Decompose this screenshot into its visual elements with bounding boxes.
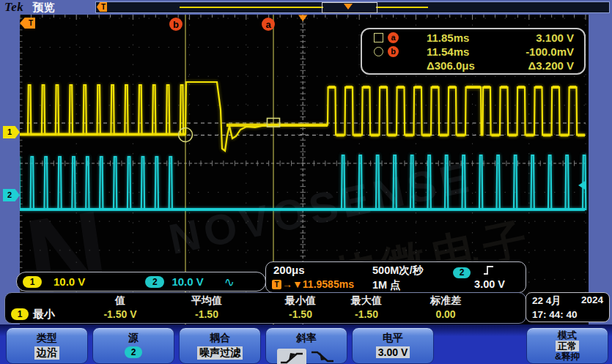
header: Tek 预览 bbox=[4, 0, 54, 15]
menu-button-slope[interactable]: 斜率 bbox=[265, 327, 347, 364]
svg-text:a: a bbox=[265, 19, 271, 30]
meas-name: 最小 bbox=[33, 308, 55, 322]
mode-value: 正常 bbox=[556, 341, 579, 352]
cursor-b-volt: -100.0mV bbox=[513, 45, 584, 58]
cursor-a-volt: 3.100 V bbox=[513, 31, 584, 44]
ch1-badge: 1 bbox=[23, 276, 42, 288]
record-waveform-line bbox=[376, 7, 428, 8]
cursor-b-label[interactable]: b bbox=[169, 18, 183, 31]
trigger-position-icon bbox=[298, 15, 308, 22]
trigger-level-readout: 3.00 V bbox=[442, 278, 505, 290]
source-value-badge: 2 bbox=[125, 346, 142, 358]
sample-rate: 500M次/秒 bbox=[372, 264, 423, 278]
cursor-readout-box: a 11.85ms 3.100 V b 11.54ms -100.0mV Δ30… bbox=[361, 28, 586, 75]
ch1-trace bbox=[20, 82, 585, 151]
timebase-readout-box: 200μs T →▼ 11.9585ms 500M次/秒 1M 点 2 3.00… bbox=[265, 261, 526, 293]
menu-button-type[interactable]: 类型 边沿 bbox=[6, 327, 88, 364]
cursor-b-row: b 11.54ms -100.0mV bbox=[362, 45, 584, 59]
meas-ch-badge: 1 bbox=[11, 308, 29, 320]
trigger-menu-bar: 类型 边沿 源 2 耦合 噪声过滤 斜率 电平 3.00 V bbox=[0, 324, 612, 364]
datetime-box: 22 4月 2024 17: 44: 40 bbox=[526, 292, 610, 322]
svg-text:b: b bbox=[173, 19, 179, 30]
record-length: 1M 点 bbox=[372, 278, 401, 292]
year: 2024 bbox=[581, 294, 603, 308]
coupling-value: 噪声过滤 bbox=[197, 346, 243, 360]
level-value: 3.00 V bbox=[376, 346, 410, 358]
delta-volt: Δ3.200 V bbox=[513, 59, 584, 72]
trigger-source: 2 bbox=[453, 265, 471, 278]
type-value: 边沿 bbox=[34, 346, 59, 360]
trigger-position-readout: T →▼ 11.9585ms bbox=[272, 278, 354, 290]
ch1-position-marker[interactable]: 1 bbox=[3, 126, 20, 138]
date: 22 4月 bbox=[532, 294, 561, 308]
cursor-a-time: 11.85ms bbox=[427, 31, 513, 44]
cursor-a-badge: a bbox=[388, 32, 399, 43]
ch2-coupling-icon: ∿ bbox=[224, 275, 235, 289]
cursor-delta-row: Δ306.0μs Δ3.200 V bbox=[362, 59, 584, 73]
cursor-a-row: a 11.85ms 3.100 V bbox=[362, 31, 584, 45]
trigger-t-icon: T bbox=[272, 280, 281, 289]
ch1-scale: 10.0 V bbox=[54, 275, 85, 288]
rising-slope-icon bbox=[277, 349, 306, 364]
timebase-scale: 200μs bbox=[273, 264, 305, 276]
time: 17: 44: 40 bbox=[532, 309, 603, 320]
ch2-badge: 2 bbox=[145, 276, 164, 288]
falling-slope-icon bbox=[309, 347, 336, 364]
menu-button-level[interactable]: 电平 3.00 V bbox=[352, 327, 434, 364]
menu-button-coupling[interactable]: 耦合 噪声过滤 bbox=[179, 327, 261, 364]
trigger-slope-icon bbox=[483, 264, 495, 278]
circle-marker-icon bbox=[374, 47, 383, 56]
acquisition-status: 预览 bbox=[32, 1, 54, 15]
trigger-position-value: 11.9585ms bbox=[303, 278, 354, 290]
menu-button-source[interactable]: 源 2 bbox=[92, 327, 174, 364]
record-waveform-line bbox=[180, 7, 323, 8]
mode-value2: &释抑 bbox=[555, 352, 580, 363]
trigger-arrow-icon: →▼ bbox=[282, 278, 303, 290]
record-view-bar[interactable]: T bbox=[95, 1, 610, 13]
record-trigger-position-icon bbox=[344, 4, 353, 10]
ch2-scale: 10.0 V bbox=[172, 275, 203, 288]
measurement-table: 1 最小 值 -1.50 V 平均值 -1.50 最小值 -1.50 最大值 -… bbox=[4, 292, 526, 324]
menu-button-mode[interactable]: 模式 正常 &释抑 bbox=[526, 327, 608, 364]
record-trigger-flag-icon: T bbox=[97, 2, 107, 12]
oscilloscope-screen: Tek 预览 T N NOVOSENSE 纳芯微电子 bbox=[0, 0, 612, 364]
channel-readout-box: 1 10.0 V 2 10.0 V ∿ bbox=[16, 272, 266, 291]
cursor-b-time: 11.54ms bbox=[427, 45, 513, 58]
square-marker-icon bbox=[374, 33, 383, 42]
delta-time: Δ306.0μs bbox=[427, 59, 513, 72]
cursor-a-label[interactable]: a bbox=[262, 18, 275, 31]
ch2-position-marker[interactable]: 2 bbox=[3, 189, 20, 201]
cursor-b-badge: b bbox=[388, 46, 399, 57]
trigger-source-badge: 2 bbox=[453, 267, 471, 278]
tek-logo: Tek bbox=[4, 0, 23, 15]
